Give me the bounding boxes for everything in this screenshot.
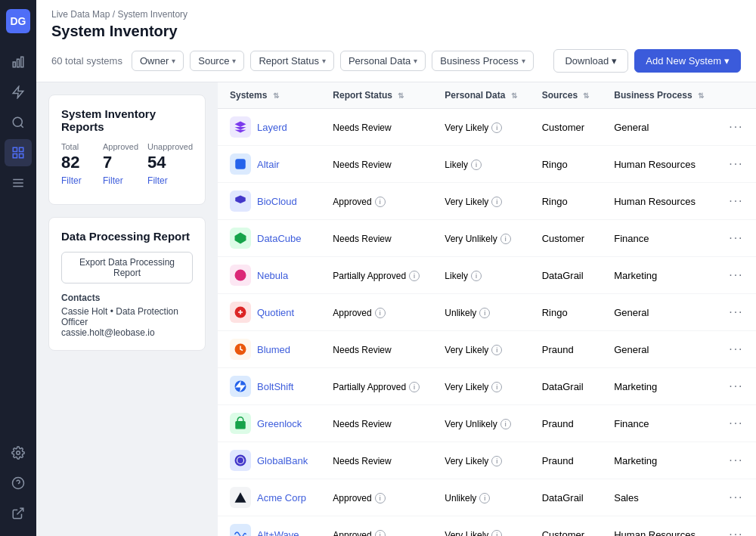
business-process-cell: Human Resources xyxy=(602,516,717,537)
system-cell: Nebula xyxy=(230,265,308,286)
info-icon[interactable]: i xyxy=(375,308,386,318)
sidebar-item-inventory[interactable] xyxy=(5,139,32,166)
sources-cell: DataGrail xyxy=(530,479,602,516)
system-name-link[interactable]: BioCloud xyxy=(257,196,297,207)
report-status-badge: Partially Approved i xyxy=(333,382,420,392)
stat-unapproved: Unapproved 54 Filter xyxy=(147,142,193,186)
filter-unapproved-link[interactable]: Filter xyxy=(147,175,193,186)
system-name-link[interactable]: Acme Corp xyxy=(257,492,306,503)
source-filter[interactable]: Source ▾ xyxy=(190,51,244,71)
personal-data-filter[interactable]: Personal Data ▾ xyxy=(340,51,426,71)
sidebar-item-help[interactable] xyxy=(5,469,32,497)
info-icon[interactable]: i xyxy=(491,197,502,207)
header-actions: Download ▾ Add New System ▾ xyxy=(553,49,741,73)
sidebar-item-export[interactable] xyxy=(5,500,32,527)
owner-filter[interactable]: Owner ▾ xyxy=(132,51,184,71)
systems-table: Systems ⇅ Report Status ⇅ Personal Data … xyxy=(218,82,756,536)
sidebar-item-search[interactable] xyxy=(5,109,32,136)
info-icon[interactable]: i xyxy=(471,271,482,281)
sort-icon: ⇅ xyxy=(398,91,404,100)
row-more-button[interactable]: ··· xyxy=(729,528,743,536)
sources-cell: Ringo xyxy=(530,294,602,331)
sidebar: DG xyxy=(0,0,36,536)
contact-name: Cassie Holt • Data Protection Officer xyxy=(61,306,193,327)
report-status-filter[interactable]: Report Status ▾ xyxy=(250,51,334,71)
download-button[interactable]: Download ▾ xyxy=(553,49,628,73)
sidebar-item-lightning[interactable] xyxy=(5,79,32,106)
system-name-link[interactable]: Altair xyxy=(257,159,280,170)
col-business-process[interactable]: Business Process ⇅ xyxy=(602,82,717,109)
filter-total-link[interactable]: Filter xyxy=(61,175,94,186)
table-row: BioCloud Approved i Very Likely i Ringo … xyxy=(218,183,756,220)
personal-data-badge: Likely i xyxy=(445,160,482,170)
row-more-button[interactable]: ··· xyxy=(729,491,743,503)
export-processing-report-button[interactable]: Export Data Processing Report xyxy=(61,252,193,283)
sidebar-item-menu[interactable] xyxy=(5,169,32,197)
info-icon[interactable]: i xyxy=(491,382,502,392)
system-name-link[interactable]: Greenlock xyxy=(257,418,302,429)
row-more-button[interactable]: ··· xyxy=(729,380,743,392)
sort-icon: ⇅ xyxy=(273,91,279,100)
info-icon[interactable]: i xyxy=(375,493,386,503)
sidebar-logo[interactable]: DG xyxy=(6,9,30,33)
row-more-button[interactable]: ··· xyxy=(729,120,743,133)
business-process-cell: Marketing xyxy=(602,257,717,294)
table-row: Layerd Needs Review Very Likely i Custom… xyxy=(218,109,756,146)
system-logo xyxy=(230,302,251,323)
col-personal-data[interactable]: Personal Data ⇅ xyxy=(432,82,529,109)
system-cell: GlobalBank xyxy=(230,450,308,471)
total-systems-label: 60 total systems xyxy=(51,55,122,67)
info-icon[interactable]: i xyxy=(500,234,511,244)
col-systems[interactable]: Systems ⇅ xyxy=(218,82,321,109)
system-name-link[interactable]: Nebula xyxy=(257,270,288,281)
col-sources[interactable]: Sources ⇅ xyxy=(530,82,602,109)
info-icon[interactable]: i xyxy=(479,308,490,318)
row-more-button[interactable]: ··· xyxy=(729,268,743,281)
row-more-button[interactable]: ··· xyxy=(729,454,743,466)
svg-rect-17 xyxy=(235,159,246,169)
info-icon[interactable]: i xyxy=(375,530,386,537)
business-process-cell: Marketing xyxy=(602,442,717,479)
row-more-button[interactable]: ··· xyxy=(729,342,743,355)
system-name-link[interactable]: Alt+Wave xyxy=(257,529,299,537)
system-name-link[interactable]: Layerd xyxy=(257,122,287,133)
contact-email: cassie.holt@leobase.io xyxy=(61,327,193,338)
system-name-link[interactable]: BoltShift xyxy=(257,381,293,392)
info-icon[interactable]: i xyxy=(491,530,502,537)
systems-table-area: Systems ⇅ Report Status ⇅ Personal Data … xyxy=(218,82,756,536)
row-more-button[interactable]: ··· xyxy=(729,157,743,170)
col-report-status[interactable]: Report Status ⇅ xyxy=(321,82,432,109)
info-icon[interactable]: i xyxy=(375,197,386,207)
report-status-badge: Partially Approved i xyxy=(333,271,420,281)
system-logo xyxy=(230,524,251,536)
business-process-filter[interactable]: Business Process ▾ xyxy=(432,51,533,71)
sidebar-item-settings[interactable] xyxy=(5,439,32,466)
add-new-system-button[interactable]: Add New System ▾ xyxy=(634,49,741,73)
info-icon[interactable]: i xyxy=(409,271,420,281)
row-more-button[interactable]: ··· xyxy=(729,417,743,429)
info-icon[interactable]: i xyxy=(409,382,420,392)
system-name-link[interactable]: GlobalBank xyxy=(257,455,308,466)
info-icon[interactable]: i xyxy=(479,493,490,503)
info-icon[interactable]: i xyxy=(500,419,511,429)
personal-data-badge: Very Likely i xyxy=(445,382,502,392)
svg-rect-0 xyxy=(13,62,15,67)
row-more-button[interactable]: ··· xyxy=(729,194,743,207)
sources-cell: Customer xyxy=(530,516,602,537)
chevron-down-icon: ▾ xyxy=(724,55,730,67)
report-status-badge: Approved i xyxy=(333,530,385,537)
sources-cell: Praund xyxy=(530,331,602,368)
info-icon[interactable]: i xyxy=(491,122,502,133)
system-name-link[interactable]: DataCube xyxy=(257,233,302,244)
info-icon[interactable]: i xyxy=(491,345,502,355)
filter-approved-link[interactable]: Filter xyxy=(103,175,138,186)
info-icon[interactable]: i xyxy=(471,160,482,170)
sidebar-item-analytics[interactable] xyxy=(5,48,32,76)
row-more-button[interactable]: ··· xyxy=(729,231,743,244)
system-name-link[interactable]: Quotient xyxy=(257,307,294,318)
row-more-button[interactable]: ··· xyxy=(729,305,743,318)
system-logo xyxy=(230,376,251,397)
personal-data-badge: Unlikely i xyxy=(445,493,490,503)
system-name-link[interactable]: Blumed xyxy=(257,344,290,355)
info-icon[interactable]: i xyxy=(491,456,502,466)
